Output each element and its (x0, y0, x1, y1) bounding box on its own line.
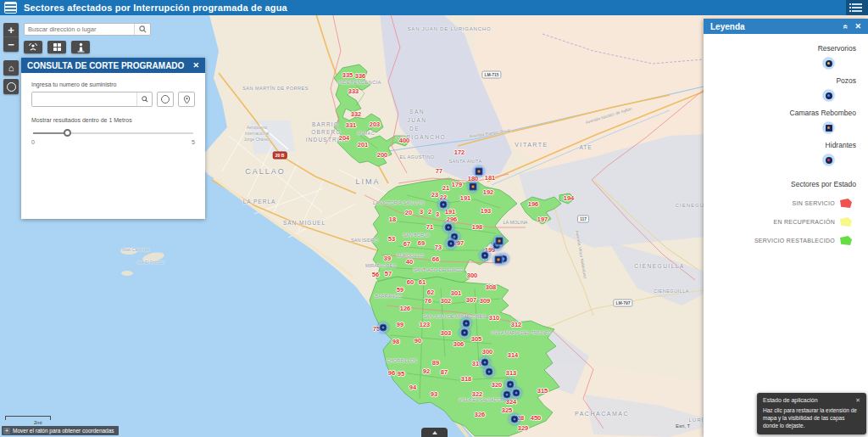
map-marker-circle[interactable] (459, 328, 470, 339)
pump-chamber-icon (823, 122, 834, 133)
sedapal-logo-icon (4, 2, 17, 14)
consulta-panel-body: Ingresa tu numero de suministro (21, 73, 205, 219)
legend-state-row: SERVICIO RESTABLECIDO (754, 236, 856, 245)
home-icon: ⌂ (8, 63, 14, 73)
app-header: Sectores afectados por Interrupción prog… (0, 0, 868, 15)
home-extent-button[interactable]: ⌂ (3, 60, 19, 76)
legend-item: Camaras Rebombeo (790, 109, 856, 133)
suministro-search-button[interactable] (136, 92, 152, 106)
suministro-input-wrap (31, 92, 153, 107)
legend-states-title: Sectores por Estado (791, 180, 856, 188)
pump-chamber-icon-core (826, 125, 832, 132)
suministro-input[interactable] (32, 92, 136, 106)
legend-title: Leyenda (710, 22, 745, 31)
map-marker-square[interactable] (494, 236, 505, 247)
widget-toolbar (24, 41, 90, 53)
state-swatch (840, 236, 852, 245)
app-title: Sectores afectados por Interrupción prog… (24, 3, 287, 13)
slider-ends: 0 5 (31, 139, 195, 145)
well-icon-core (826, 92, 832, 99)
hydrant-icon (823, 154, 834, 165)
suministro-input-row (31, 92, 195, 107)
legend-item-label: Hidrantes (826, 141, 856, 149)
legend-panel: Leyenda « ✕ ReservoriosPozosCamaras Rebo… (704, 19, 868, 437)
map-marker-circle[interactable] (378, 322, 389, 333)
locate-supply-button[interactable] (157, 92, 174, 107)
legend-close-icon[interactable]: ✕ (854, 22, 861, 31)
map-marker-square[interactable] (493, 255, 504, 266)
legend-item: Hidrantes (790, 141, 856, 165)
reservoir-icon-core (826, 60, 832, 67)
consulta-panel-title: CONSULTA DE CORTE PROGRAMADO (27, 61, 184, 70)
legend-header: Leyenda « ✕ (704, 19, 868, 34)
consulta-close-icon[interactable]: ✕ (192, 61, 199, 70)
zoom-out-button[interactable]: − (3, 37, 19, 52)
search-icon (142, 96, 148, 103)
slider-min-label: 0 (31, 139, 35, 145)
map-marker-square[interactable] (474, 166, 485, 177)
search-submit-button[interactable] (134, 24, 150, 35)
map-marker-circle[interactable] (446, 238, 457, 249)
locate-circle-icon (161, 95, 170, 104)
legend-state-row: EN RECUPERACIÓN (754, 217, 856, 227)
toast-body[interactable]: Haz clic para restaurar la extensión de … (763, 406, 860, 429)
pick-point-button[interactable] (178, 92, 195, 107)
consulta-widget-button[interactable] (24, 41, 42, 53)
attribution-expand-tab[interactable] (421, 428, 448, 437)
reservoir-icon (823, 58, 834, 69)
distance-slider (31, 129, 195, 137)
locate-icon (7, 82, 16, 92)
map-marker-square[interactable] (468, 182, 479, 193)
coordinates-bar[interactable]: + Mover el ratón para obtener coordenada… (2, 426, 119, 435)
app-window: SAN JUAN DE LURIGANCHOAeropuertoInternac… (0, 0, 868, 437)
well-icon (823, 90, 834, 101)
map-marker-circle[interactable] (480, 250, 491, 261)
hydrant-icon-core (826, 157, 832, 164)
legend-state-row: SIN SERVICIO (754, 199, 856, 208)
map-marker-circle[interactable] (484, 367, 495, 378)
map-attribution: Esri, T (676, 423, 690, 429)
legend-item-label: Reservorios (818, 44, 856, 53)
zoom-in-button[interactable]: + (3, 23, 19, 37)
legend-item-label: Pozos (836, 76, 856, 85)
search-icon (139, 25, 147, 33)
map-marker-circle[interactable] (438, 199, 449, 210)
scale-label: 2mi (34, 420, 42, 425)
zoom-controls: + − (3, 23, 19, 52)
legend-body: ReservoriosPozosCamaras RebombeoHidrante… (704, 34, 868, 437)
layer-list-button[interactable] (846, 0, 868, 15)
person-signal-icon (28, 42, 38, 52)
basemap-grid-icon (53, 43, 61, 51)
state-swatch (840, 217, 852, 227)
scale-bar (5, 416, 51, 420)
app-state-toast: Estado de aplicación ✕ Haz clic para res… (757, 393, 866, 434)
slider-label: Mostrar resultados dentro de 1 Metros (31, 117, 195, 123)
legend-collapse-icon[interactable]: « (843, 22, 849, 31)
map-marker-circle[interactable] (511, 388, 522, 399)
slider-handle[interactable] (64, 129, 71, 137)
consulta-panel: CONSULTA DE CORTE PROGRAMADO ✕ Ingresa t… (21, 58, 205, 219)
legend-item-label: Camaras Rebombeo (790, 109, 856, 117)
state-label: SIN SERVICIO (792, 200, 835, 206)
locate-me-button[interactable] (3, 79, 19, 94)
legend-point-items: ReservoriosPozosCamaras RebombeoHidrante… (790, 44, 856, 173)
state-label: EN RECUPERACIÓN (773, 219, 835, 225)
coordinates-hint: Mover el ratón para obtener coordenadas (13, 428, 114, 434)
legend-state-entries: SIN SERVICIOEN RECUPERACIÓNSERVICIO REST… (754, 199, 856, 255)
toast-close-icon[interactable]: ✕ (855, 397, 860, 404)
map-marker-circle[interactable] (509, 414, 520, 425)
toast-title: Estado de aplicación (763, 397, 818, 403)
state-label: SERVICIO RESTABLECIDO (754, 238, 835, 244)
suministro-label: Ingresa tu numero de suministro (31, 81, 195, 87)
slider-max-label: 5 (192, 139, 195, 145)
search-input[interactable] (25, 24, 134, 35)
expand-attribution-icon (432, 431, 437, 434)
streetview-widget-button[interactable] (71, 41, 90, 53)
person-pin-icon (76, 42, 86, 53)
map-pin-icon (183, 95, 191, 104)
search-box (24, 23, 151, 36)
consulta-panel-header: CONSULTA DE CORTE PROGRAMADO ✕ (21, 58, 205, 73)
state-swatch (840, 199, 852, 208)
crosshair-icon[interactable]: + (3, 428, 10, 434)
basemap-gallery-button[interactable] (47, 41, 66, 53)
